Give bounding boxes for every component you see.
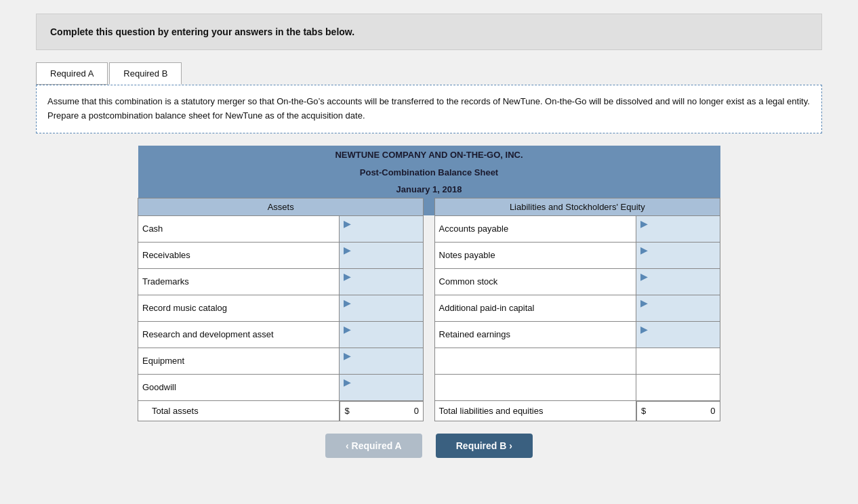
- prev-button[interactable]: ‹ Required A: [325, 434, 422, 458]
- liability-label-2: Common stock: [434, 268, 636, 295]
- asset-input-4[interactable]: ▶: [340, 321, 424, 348]
- asset-input-2[interactable]: ▶: [340, 268, 424, 295]
- liability-label-3: Additional paid-in capital: [434, 295, 636, 321]
- table-header-row1: NEWTUNE COMPANY AND ON-THE-GO, INC.: [138, 146, 720, 164]
- instruction-banner: Complete this question by entering your …: [36, 14, 822, 50]
- liability-input-4[interactable]: ▶: [636, 321, 720, 348]
- liability-empty-5: [434, 348, 636, 374]
- nav-buttons: ‹ Required A Required B ›: [36, 434, 822, 458]
- total-assets-value: $ 0: [340, 401, 423, 421]
- asset-input-3[interactable]: ▶: [340, 295, 424, 321]
- table-row: Goodwill ▶: [138, 374, 720, 400]
- table-row: Research and development asset ▶ Retaine…: [138, 321, 720, 348]
- tab-description: Assume that this combination is a statut…: [36, 85, 822, 133]
- liability-input-1[interactable]: ▶: [636, 242, 720, 268]
- asset-label-2: Trademarks: [138, 268, 340, 295]
- asset-label-6: Goodwill: [138, 374, 340, 400]
- total-assets-label: Total assets: [138, 400, 340, 421]
- balance-sheet-table: NEWTUNE COMPANY AND ON-THE-GO, INC. Post…: [138, 146, 720, 422]
- table-title-line1: NEWTUNE COMPANY AND ON-THE-GO, INC.: [138, 146, 720, 164]
- page-wrapper: Complete this question by entering your …: [36, 14, 822, 458]
- tab-required-b[interactable]: Required B: [109, 62, 182, 85]
- liability-label-0: Accounts payable: [434, 215, 636, 242]
- asset-input-6[interactable]: ▶: [340, 374, 424, 400]
- liability-label-4: Retained earnings: [434, 321, 636, 348]
- table-row: Cash ▶ Accounts payable ▶: [138, 215, 720, 242]
- total-liabilities-value: $ 0: [636, 401, 720, 421]
- asset-label-4: Research and development asset: [138, 321, 340, 348]
- asset-input-0[interactable]: ▶: [340, 215, 424, 242]
- liability-input-2[interactable]: ▶: [636, 268, 720, 295]
- table-col-headers: Assets Liabilities and Stockholders' Equ…: [138, 198, 720, 215]
- table-title-line3: January 1, 2018: [138, 181, 720, 198]
- table-row: Record music catalog ▶ Additional paid-i…: [138, 295, 720, 321]
- table-header-row2: Post-Combination Balance Sheet: [138, 164, 720, 181]
- asset-input-5[interactable]: ▶: [340, 348, 424, 374]
- liability-input-0[interactable]: ▶: [636, 215, 720, 242]
- next-button[interactable]: Required B ›: [436, 434, 533, 458]
- table-header-row3: January 1, 2018: [138, 181, 720, 198]
- tabs-row: Required A Required B: [36, 62, 822, 85]
- asset-label-5: Equipment: [138, 348, 340, 374]
- table-title-line2: Post-Combination Balance Sheet: [138, 164, 720, 181]
- asset-label-1: Receivables: [138, 242, 340, 268]
- instruction-text: Complete this question by entering your …: [50, 26, 354, 37]
- table-row: Trademarks ▶ Common stock ▶: [138, 268, 720, 295]
- total-liabilities-label: Total liabilities and equities: [434, 400, 636, 421]
- col-header-liabilities: Liabilities and Stockholders' Equity: [434, 198, 720, 215]
- asset-label-0: Cash: [138, 215, 340, 242]
- tab-required-a[interactable]: Required A: [36, 62, 108, 85]
- liability-label-1: Notes payable: [434, 242, 636, 268]
- table-container: NEWTUNE COMPANY AND ON-THE-GO, INC. Post…: [138, 146, 720, 422]
- liability-empty-val-5: [636, 348, 720, 374]
- liability-empty-val-6: [636, 374, 720, 400]
- asset-input-1[interactable]: ▶: [340, 242, 424, 268]
- table-row: Equipment ▶: [138, 348, 720, 374]
- liability-input-3[interactable]: ▶: [636, 295, 720, 321]
- liability-empty-6: [434, 374, 636, 400]
- table-row: Receivables ▶ Notes payable ▶: [138, 242, 720, 268]
- col-header-assets: Assets: [138, 198, 424, 215]
- asset-label-3: Record music catalog: [138, 295, 340, 321]
- total-row: Total assets $ 0 Total liabilities and e…: [138, 400, 720, 421]
